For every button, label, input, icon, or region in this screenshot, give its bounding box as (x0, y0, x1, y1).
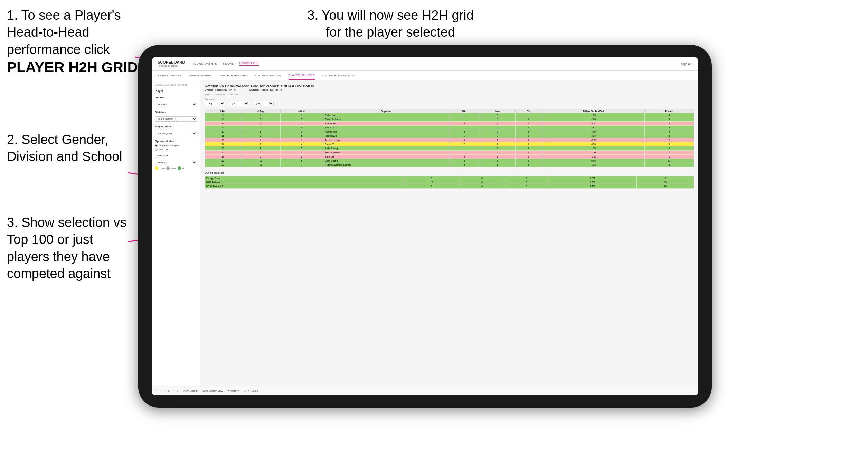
cell-div: 18 (205, 155, 241, 159)
cell-win: 2 (449, 142, 480, 146)
toolbar-view-original[interactable]: View: Original (183, 390, 198, 392)
toolbar-share[interactable]: Share (252, 390, 258, 392)
gender-select[interactable]: Women's Men's (155, 102, 197, 107)
division-label: Division (155, 111, 197, 114)
cell-tie: 0 (515, 122, 542, 126)
cell-reg: 1 (241, 113, 280, 117)
cell-diff: 0.30 (542, 159, 645, 163)
cell-loss: 1 (480, 122, 515, 126)
ood-table-row: Foreign Team 1 0 0 4.500 2 (205, 176, 694, 180)
cell-loss: 0 (480, 130, 515, 134)
cell-rounds: 4 (645, 146, 694, 151)
player-label: Player (155, 89, 197, 93)
radio-opponents-played[interactable]: Opponents Played (155, 144, 197, 147)
opponent-view-section: Opponent view Opponents Played Top 100 (155, 140, 197, 151)
radio-opponents-played-indicator (155, 144, 158, 147)
ood-cell-loss: 0 (460, 176, 504, 180)
cell-reg: 11 (241, 163, 280, 167)
division-record: Division Record: 331 - 34 - 6 (249, 89, 282, 91)
opponents-select[interactable]: (All) (205, 101, 225, 106)
col-reg: # Reg (241, 109, 280, 113)
sub-nav: TEAM SUMMARY TEAM H2H GRID TEAM H2H HEAT… (152, 71, 698, 80)
toolbar-grid[interactable]: ⊞ (168, 390, 170, 392)
cell-conf: 3 (280, 122, 323, 126)
toolbar-redo[interactable]: ↩ (163, 390, 166, 392)
cell-tie: 0 (515, 126, 542, 130)
nav-tournaments[interactable]: TOURNAMENTS (192, 62, 217, 65)
radio-top-100[interactable]: Top 100 (155, 148, 197, 151)
cell-rounds: 3 (645, 126, 694, 130)
cell-opponent: Alexis Sudjianto (323, 117, 449, 122)
toolbar-list[interactable]: ≡ (248, 390, 249, 392)
cell-win: 0 (449, 138, 480, 142)
colour-down-dot (155, 166, 158, 170)
cell-win: 2 (449, 163, 480, 167)
subnav-player-h2h-grid[interactable]: PLAYER H2H GRID (289, 71, 315, 80)
cell-tie: 0 (515, 155, 542, 159)
cell-div: 9 (205, 126, 241, 130)
cell-reg: 2 (241, 134, 280, 138)
ood-cell-tie: 0 (504, 184, 548, 189)
conference-select[interactable]: (All) (229, 101, 249, 106)
nav-committee[interactable]: COMMITTEE (239, 61, 259, 66)
cell-rounds: 3 (645, 117, 694, 122)
subnav-team-summary[interactable]: TEAM SUMMARY (158, 71, 181, 80)
nav-teams[interactable]: TEAMS (223, 62, 234, 65)
subnav-player-h2h-heatmap[interactable]: PLAYER H2H HEATMAP (322, 71, 355, 80)
cell-conf: 2 (280, 155, 323, 159)
subnav-team-h2h-grid[interactable]: TEAM H2H GRID (188, 71, 211, 80)
table-row: 14 7 4 Eunice Yi 2 2 0 0.38 9 (205, 142, 694, 146)
opponent-select[interactable]: (All) (253, 101, 274, 106)
toolbar-watch[interactable]: 👁 Watch ▾ (227, 390, 239, 392)
cell-opponent: Emily Chang (323, 159, 449, 163)
subnav-team-h2h-heatmap[interactable]: TEAM H2H HEATMAP (218, 71, 248, 80)
cell-opponent: Heejo Hyun (323, 134, 449, 138)
cell-opponent: Eunice Yi (323, 142, 449, 146)
ood-cell-team: NCAA Division 2 (205, 184, 403, 189)
ood-cell-loss: 0 (460, 184, 504, 189)
ood-cell-rounds: 30 (637, 180, 694, 184)
cell-reg: 2 (241, 117, 280, 122)
toolbar-back[interactable]: ← (159, 390, 161, 392)
sign-out-button[interactable]: Sign out (681, 62, 692, 66)
cell-loss: 0 (480, 146, 515, 151)
cell-tie: 0 (515, 142, 542, 146)
subnav-player-summary[interactable]: PLAYER SUMMARY (255, 71, 282, 80)
toolbar-undo[interactable]: ↩ (155, 390, 157, 392)
colour-select[interactable]: Win/loss (155, 160, 197, 165)
table-row: 18 2 2 Euna Lee 0 1 0 -5.00 2 (205, 155, 694, 159)
table-row: 16 1 3 Jessica Mason 1 2 0 -0.94 7 (205, 151, 694, 155)
table-row: 10 6 3 Andrea York 2 0 0 4.00 4 (205, 130, 694, 134)
ood-cell-team: NAIA Division 1 (205, 180, 403, 184)
cell-diff: 4.00 (542, 117, 645, 122)
ood-cell-diff: 4.500 (548, 176, 637, 180)
colour-section: Colour by Win/loss Down Level Up (155, 154, 197, 170)
cell-loss: 0 (480, 126, 515, 130)
cell-div: 19 (205, 159, 241, 163)
cell-loss: 1 (480, 155, 515, 159)
ood-cell-diff: 9.267 (548, 180, 637, 184)
toolbar-target[interactable]: ⊙ (177, 390, 179, 392)
player-rank-label: Player (Rank) (155, 125, 197, 128)
cell-reg: 1 (241, 151, 280, 155)
cell-loss: 2 (480, 151, 515, 155)
toolbar-divider-1 (181, 389, 181, 393)
ood-table-row: NCAA Division 2 5 0 0 7.400 10 (205, 184, 694, 189)
toolbar-save-custom[interactable]: Save Custom View (202, 390, 223, 392)
cell-loss: 1 (480, 159, 515, 163)
cell-diff: 3.67 (542, 126, 645, 130)
ood-cell-loss: 0 (460, 180, 504, 184)
cell-div: 14 (205, 142, 241, 146)
toolbar-divider-2 (200, 389, 200, 393)
cell-win: 1 (449, 146, 480, 151)
cell-win: 1 (449, 126, 480, 130)
table-row: 19 10 6 Emily Chang 4 1 0 0.30 11 (205, 159, 694, 163)
player-rank-select[interactable]: 8. Katelyn Vo (155, 131, 197, 136)
cell-diff: -1.00 (542, 122, 645, 126)
toolbar-refresh[interactable]: ↩· (172, 390, 174, 392)
toolbar-download[interactable]: ⤓ (244, 390, 246, 392)
cell-tie (515, 113, 542, 117)
cell-rounds: 4 (645, 113, 694, 117)
division-select[interactable]: NCAA Division III NCAA Division I NCAA D… (155, 116, 197, 122)
opponent-radio-group: Opponents Played Top 100 (155, 144, 197, 151)
